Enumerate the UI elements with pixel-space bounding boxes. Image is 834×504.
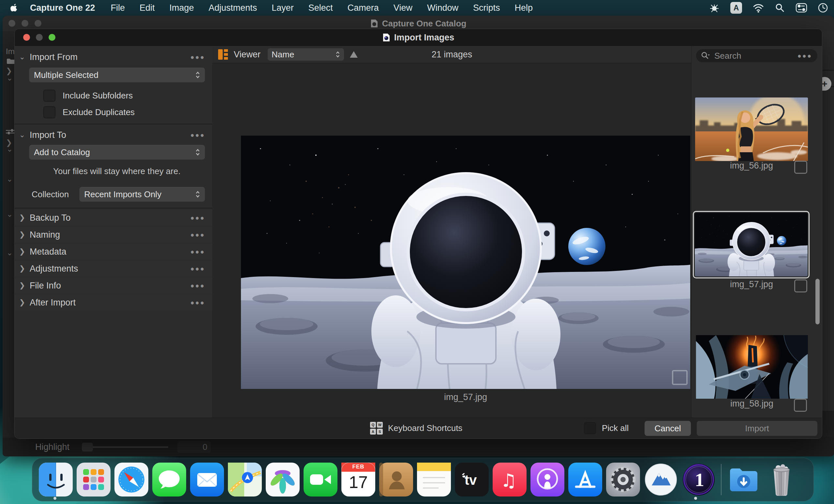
chevron-right-icon[interactable]: ❯ [15, 231, 30, 239]
browser-scrollbar[interactable] [815, 279, 820, 324]
menu-image[interactable]: Image [170, 3, 194, 13]
import-to-note: Your files will stay where they are. [53, 166, 212, 176]
photo-pick-checkbox[interactable] [672, 370, 687, 385]
more-options-icon[interactable]: ●●● [191, 265, 205, 272]
chevron-down-icon[interactable]: ⌄ [6, 175, 13, 183]
import-to-header[interactable]: ⌄ Import To ●●● [15, 127, 212, 144]
collection-value: Recent Imports Only [84, 190, 161, 199]
chevron-down-icon[interactable]: ⌄ [15, 53, 30, 61]
more-options-icon[interactable]: ●●● [191, 214, 205, 222]
menu-file[interactable]: File [111, 3, 125, 13]
dock-capture-one-icon[interactable]: 1 [682, 463, 716, 497]
section-after-import[interactable]: ❯ After Import ●●● [15, 295, 212, 310]
viewer-mode-icon[interactable] [217, 48, 229, 61]
chevron-down-icon[interactable]: ⌄ [6, 145, 13, 154]
dock-calendar-icon[interactable]: FEB 17 [342, 463, 375, 497]
dock-maps-icon[interactable] [228, 463, 262, 497]
search-options-icon[interactable]: ●●● [797, 52, 812, 60]
apple-menu[interactable] [10, 3, 18, 13]
menu-scripts[interactable]: Scripts [473, 3, 500, 13]
more-options-icon[interactable]: ●●● [191, 53, 205, 61]
stepper-icon [195, 190, 200, 199]
keyboard-shortcuts-label[interactable]: Keyboard Shortcuts [388, 423, 462, 433]
dock-messages-icon[interactable] [152, 463, 186, 497]
highlight-slider-thumb[interactable] [82, 443, 93, 452]
more-options-icon[interactable]: ●●● [191, 131, 205, 139]
dock-safari-icon[interactable] [114, 463, 148, 497]
dock-downloads-icon[interactable] [727, 463, 761, 497]
chevron-right-icon[interactable]: ❯ [15, 247, 30, 256]
key-w: W [377, 422, 383, 428]
chevron-right-icon[interactable]: ❯ [15, 264, 30, 273]
thumbnail-img-56[interactable] [695, 97, 808, 161]
menu-view[interactable]: View [394, 3, 413, 13]
import-from-header[interactable]: ⌄ Import From ●●● [15, 49, 212, 66]
section-metadata[interactable]: ❯ Metadata ●●● [15, 244, 212, 260]
include-subfolders-checkbox[interactable] [43, 90, 56, 102]
highlight-value[interactable]: 0 [177, 441, 211, 453]
section-adjustments[interactable]: ❯ Adjustments ●●● [15, 261, 212, 277]
apple-icon [10, 3, 18, 13]
thumbnail-img-57-selected[interactable] [693, 211, 810, 279]
import-destination-select[interactable]: Add to Catalog [29, 145, 205, 160]
import-button[interactable]: Import [697, 421, 817, 436]
input-source-icon[interactable]: A [730, 2, 742, 14]
menu-camera[interactable]: Camera [348, 3, 379, 13]
sort-ascending-icon[interactable] [350, 51, 358, 58]
dock-finder-icon[interactable] [39, 463, 73, 497]
cancel-button[interactable]: Cancel [644, 421, 691, 436]
background-adjustments-row: Highlight 0 [3, 438, 834, 456]
dock-appletv-icon[interactable]: tv [455, 463, 489, 497]
highlight-slider[interactable] [82, 446, 168, 448]
sort-by-select[interactable]: Name [268, 48, 344, 61]
menu-edit[interactable]: Edit [139, 3, 155, 13]
dock-podcasts-icon[interactable] [530, 463, 564, 497]
dock-music-icon[interactable]: ♫ [492, 463, 527, 497]
chevron-down-icon[interactable]: ⌄ [6, 210, 13, 219]
chevron-right-icon[interactable]: ❯ [15, 281, 30, 290]
more-options-icon[interactable]: ●●● [191, 299, 205, 306]
chevron-right-icon[interactable]: ❯ [15, 214, 30, 222]
section-backup-to[interactable]: ❯ Backup To ●●● [15, 210, 212, 225]
menu-help[interactable]: Help [514, 3, 533, 13]
clock-icon[interactable] [818, 3, 828, 13]
dock-contacts-icon[interactable] [379, 463, 413, 497]
search-field[interactable]: Search ●●● [696, 49, 817, 62]
dock-system-preferences-icon[interactable] [606, 463, 640, 497]
dock-trash-icon[interactable] [765, 463, 798, 497]
dock-photos-icon[interactable] [266, 463, 300, 497]
chevron-right-icon[interactable]: ❯ [15, 298, 30, 307]
more-options-icon[interactable]: ●●● [191, 282, 205, 289]
dock-notes-icon[interactable] [417, 463, 451, 497]
more-options-icon[interactable]: ●●● [191, 248, 205, 256]
chevron-down-icon[interactable]: ⌄ [6, 74, 13, 83]
chevron-down-icon[interactable]: ⌄ [15, 131, 30, 139]
exclude-duplicates-checkbox[interactable] [43, 106, 56, 118]
dock-mail-icon[interactable] [190, 463, 224, 497]
menu-window[interactable]: Window [427, 3, 458, 13]
chevron-down-icon[interactable]: ⌄ [6, 248, 13, 257]
wifi-icon[interactable] [752, 2, 764, 13]
dock-appstore-icon[interactable] [568, 463, 602, 497]
pick-all-checkbox[interactable] [584, 422, 596, 434]
viewer-photo[interactable] [241, 136, 690, 389]
section-naming[interactable]: ❯ Naming ●●● [15, 227, 212, 243]
thumbnail-pick-checkbox[interactable] [794, 399, 807, 412]
menu-select[interactable]: Select [308, 3, 333, 13]
dock-photo-app-icon[interactable] [644, 463, 678, 497]
antivirus-icon[interactable] [709, 2, 720, 13]
spotlight-search-icon[interactable] [775, 3, 785, 13]
dock-facetime-icon[interactable] [304, 463, 337, 497]
thumbnail-pick-checkbox[interactable] [794, 161, 807, 174]
section-file-info[interactable]: ❯ File Info ●●● [15, 278, 212, 293]
import-source-select[interactable]: Multiple Selected [29, 67, 205, 83]
menu-layer[interactable]: Layer [271, 3, 294, 13]
thumbnail-img-58[interactable] [696, 335, 808, 399]
more-options-icon[interactable]: ●●● [191, 231, 205, 239]
control-center-icon[interactable] [795, 3, 807, 13]
thumbnail-pick-checkbox[interactable] [794, 279, 807, 292]
collection-select[interactable]: Recent Imports Only [79, 187, 205, 202]
app-menu-title[interactable]: Capture One 22 [30, 3, 95, 13]
menu-adjustments[interactable]: Adjustments [208, 3, 257, 13]
dock-launchpad-icon[interactable] [76, 463, 111, 497]
